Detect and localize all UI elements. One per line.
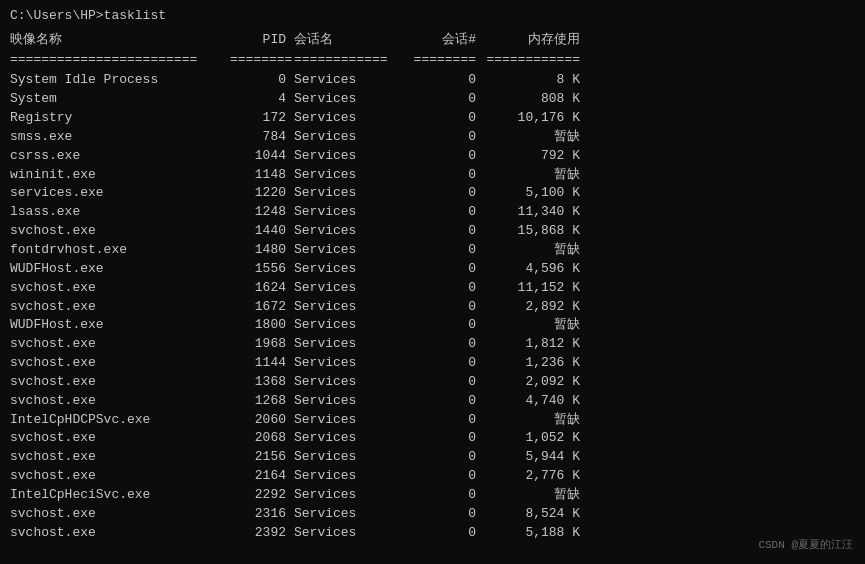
table-row: svchost.exe 1268 Services 0 4,740 K bbox=[10, 392, 855, 411]
row-mem: 11,340 K bbox=[480, 203, 580, 222]
table-row: svchost.exe 1144 Services 0 1,236 K bbox=[10, 354, 855, 373]
row-mem: 10,176 K bbox=[480, 109, 580, 128]
row-session-name: Services bbox=[290, 467, 400, 486]
row-session-name: Services bbox=[290, 203, 400, 222]
row-session-num: 0 bbox=[400, 354, 480, 373]
row-pid: 0 bbox=[230, 71, 290, 90]
row-session-name: Services bbox=[290, 298, 400, 317]
sep-pid: ======== bbox=[230, 51, 290, 69]
row-session-num: 0 bbox=[400, 184, 480, 203]
header-session-name: 会话名 bbox=[290, 31, 400, 49]
row-name: svchost.exe bbox=[10, 524, 230, 543]
row-pid: 1480 bbox=[230, 241, 290, 260]
row-pid: 1368 bbox=[230, 373, 290, 392]
row-pid: 2316 bbox=[230, 505, 290, 524]
row-mem: 暂缺 bbox=[480, 166, 580, 185]
row-session-name: Services bbox=[290, 184, 400, 203]
table-header: 映像名称 PID 会话名 会话# 内存使用 bbox=[10, 31, 855, 49]
row-name: svchost.exe bbox=[10, 467, 230, 486]
command-line: C:\Users\HP>tasklist bbox=[10, 8, 855, 23]
row-name: Registry bbox=[10, 109, 230, 128]
row-pid: 2156 bbox=[230, 448, 290, 467]
table-row: System Idle Process 0 Services 0 8 K bbox=[10, 71, 855, 90]
row-mem: 暂缺 bbox=[480, 411, 580, 430]
row-session-num: 0 bbox=[400, 71, 480, 90]
row-name: IntelCpHDCPSvc.exe bbox=[10, 411, 230, 430]
header-pid: PID bbox=[230, 31, 290, 49]
row-session-num: 0 bbox=[400, 90, 480, 109]
row-mem: 4,596 K bbox=[480, 260, 580, 279]
row-pid: 1968 bbox=[230, 335, 290, 354]
table-row: svchost.exe 2068 Services 0 1,052 K bbox=[10, 429, 855, 448]
row-session-num: 0 bbox=[400, 109, 480, 128]
row-mem: 2,092 K bbox=[480, 373, 580, 392]
row-pid: 1556 bbox=[230, 260, 290, 279]
row-session-name: Services bbox=[290, 316, 400, 335]
row-mem: 2,892 K bbox=[480, 298, 580, 317]
row-name: WUDFHost.exe bbox=[10, 316, 230, 335]
row-mem: 4,740 K bbox=[480, 392, 580, 411]
row-session-num: 0 bbox=[400, 128, 480, 147]
sep-session-name: ============ bbox=[290, 51, 400, 69]
row-session-name: Services bbox=[290, 524, 400, 543]
table-row: svchost.exe 1440 Services 0 15,868 K bbox=[10, 222, 855, 241]
row-session-name: Services bbox=[290, 279, 400, 298]
row-session-num: 0 bbox=[400, 411, 480, 430]
row-pid: 784 bbox=[230, 128, 290, 147]
row-session-num: 0 bbox=[400, 373, 480, 392]
row-session-num: 0 bbox=[400, 260, 480, 279]
row-pid: 1268 bbox=[230, 392, 290, 411]
row-session-num: 0 bbox=[400, 316, 480, 335]
row-name: svchost.exe bbox=[10, 448, 230, 467]
row-session-name: Services bbox=[290, 71, 400, 90]
row-session-name: Services bbox=[290, 260, 400, 279]
row-pid: 2392 bbox=[230, 524, 290, 543]
row-mem: 2,776 K bbox=[480, 467, 580, 486]
header-mem: 内存使用 bbox=[480, 31, 580, 49]
table-row: services.exe 1220 Services 0 5,100 K bbox=[10, 184, 855, 203]
table-row: csrss.exe 1044 Services 0 792 K bbox=[10, 147, 855, 166]
row-session-name: Services bbox=[290, 222, 400, 241]
row-pid: 1624 bbox=[230, 279, 290, 298]
table-row: IntelCpHeciSvc.exe 2292 Services 0 暂缺 bbox=[10, 486, 855, 505]
row-session-name: Services bbox=[290, 335, 400, 354]
table-row: smss.exe 784 Services 0 暂缺 bbox=[10, 128, 855, 147]
table-row: WUDFHost.exe 1800 Services 0 暂缺 bbox=[10, 316, 855, 335]
row-mem: 11,152 K bbox=[480, 279, 580, 298]
row-name: svchost.exe bbox=[10, 222, 230, 241]
table-row: fontdrvhost.exe 1480 Services 0 暂缺 bbox=[10, 241, 855, 260]
table-row: svchost.exe 1368 Services 0 2,092 K bbox=[10, 373, 855, 392]
sep-name: ======================== bbox=[10, 51, 230, 69]
table-row: svchost.exe 1968 Services 0 1,812 K bbox=[10, 335, 855, 354]
row-session-num: 0 bbox=[400, 505, 480, 524]
row-session-name: Services bbox=[290, 147, 400, 166]
row-mem: 暂缺 bbox=[480, 241, 580, 260]
row-mem: 792 K bbox=[480, 147, 580, 166]
row-session-num: 0 bbox=[400, 335, 480, 354]
row-pid: 2164 bbox=[230, 467, 290, 486]
table-row: svchost.exe 1624 Services 0 11,152 K bbox=[10, 279, 855, 298]
row-mem: 暂缺 bbox=[480, 486, 580, 505]
row-session-name: Services bbox=[290, 166, 400, 185]
row-mem: 暂缺 bbox=[480, 128, 580, 147]
table-row: lsass.exe 1248 Services 0 11,340 K bbox=[10, 203, 855, 222]
row-session-num: 0 bbox=[400, 241, 480, 260]
row-session-name: Services bbox=[290, 505, 400, 524]
row-session-name: Services bbox=[290, 429, 400, 448]
row-pid: 2060 bbox=[230, 411, 290, 430]
row-pid: 1144 bbox=[230, 354, 290, 373]
header-name: 映像名称 bbox=[10, 31, 230, 49]
row-session-num: 0 bbox=[400, 166, 480, 185]
row-session-name: Services bbox=[290, 392, 400, 411]
table-row: svchost.exe 2316 Services 0 8,524 K bbox=[10, 505, 855, 524]
row-name: System bbox=[10, 90, 230, 109]
table-row: svchost.exe 2164 Services 0 2,776 K bbox=[10, 467, 855, 486]
row-name: svchost.exe bbox=[10, 429, 230, 448]
watermark: CSDN @夏夏的江汪 bbox=[758, 537, 853, 552]
table-row: svchost.exe 2156 Services 0 5,944 K bbox=[10, 448, 855, 467]
row-session-num: 0 bbox=[400, 429, 480, 448]
table-body: System Idle Process 0 Services 0 8 K Sys… bbox=[10, 71, 855, 542]
table-row: svchost.exe 1672 Services 0 2,892 K bbox=[10, 298, 855, 317]
row-name: WUDFHost.exe bbox=[10, 260, 230, 279]
table-row: Registry 172 Services 0 10,176 K bbox=[10, 109, 855, 128]
